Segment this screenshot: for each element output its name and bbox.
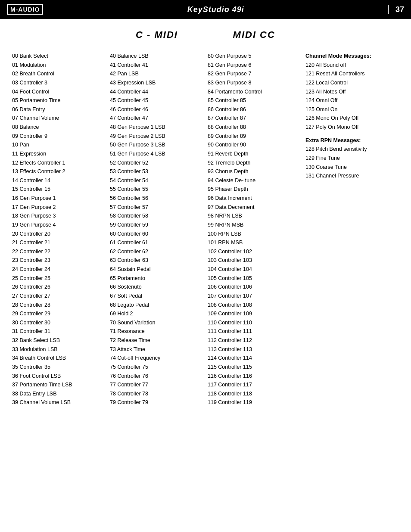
list-item: 99 NRPN MSB (208, 221, 301, 230)
list-item: 17 Gen Purpose 2 (12, 203, 106, 212)
list-item: 73 Attack Time (110, 345, 203, 354)
list-item: 91 Reverb Depth (208, 149, 301, 159)
list-item: 120 All Sound off (305, 61, 399, 70)
list-item: 121 Reset All Controllers (305, 69, 399, 78)
list-item: 117 Controller 117 (208, 380, 301, 389)
list-item: 70 Sound Variation (110, 318, 203, 327)
list-item: 22 Controller 22 (12, 247, 106, 256)
list-item: 79 Controller 79 (110, 398, 203, 407)
list-item: 77 Controller 77 (110, 380, 203, 389)
list-item: 47 Controller 47 (110, 114, 203, 123)
list-item: 92 Tremelo Depth (208, 159, 301, 168)
list-item: 113 Controller 113 (208, 345, 301, 354)
list-item: 20 Controller 20 (12, 230, 106, 239)
list-item: 63 Controller 63 (110, 256, 203, 265)
list-item: 18 Gen Purpose 3 (12, 212, 106, 221)
list-item: 28 Controller 28 (12, 301, 106, 310)
list-item: 55 Controller 55 (110, 185, 203, 194)
list-item: 65 Portamento (110, 274, 203, 283)
list-item: 127 Poly On Mono Off (305, 123, 399, 132)
list-item: 106 Controller 106 (208, 283, 301, 292)
list-item: 06 Data Entry (12, 105, 106, 114)
list-item: 46 Controller 46 (110, 105, 203, 114)
header-title: KeyStudio 49i (43, 5, 388, 14)
list-item: 49 Gen Purpose 2 LSB (110, 132, 203, 141)
list-item: 112 Controller 112 (208, 336, 301, 345)
list-item: 56 Controller 56 (110, 194, 203, 203)
list-item: 45 Controller 45 (110, 96, 203, 105)
list-item: 48 Gen Purpose 1 LSB (110, 123, 203, 132)
list-item: 129 Fine Tune (305, 154, 399, 163)
list-item: 38 Data Entry LSB (12, 389, 106, 398)
list-item: 93 Chorus Depth (208, 167, 301, 176)
list-item: 105 Controller 105 (208, 274, 301, 283)
list-item: 116 Controller 116 (208, 372, 301, 381)
list-item: 62 Controller 62 (110, 247, 203, 256)
list-item: 39 Channel Volume LSB (12, 398, 106, 407)
list-item: 34 Breath Control LSB (12, 354, 106, 363)
list-item: 71 Resonance (110, 327, 203, 336)
list-item: 78 Controller 78 (110, 389, 203, 398)
list-item: 31 Controller 31 (12, 327, 106, 336)
list-item: 87 Controller 87 (208, 114, 301, 123)
list-item: 30 Controller 30 (12, 318, 106, 327)
list-item: 04 Foot Control (12, 87, 106, 96)
list-item: 14 Controller 14 (12, 176, 106, 185)
list-item: 33 Modulation LSB (12, 345, 106, 354)
list-item: 131 Channel Pressure (305, 171, 399, 180)
list-item: 03 Controller 3 (12, 78, 106, 87)
list-item: 104 Controller 104 (208, 265, 301, 274)
list-item: 35 Controller 35 (12, 363, 106, 372)
list-item: 75 Controller 75 (110, 363, 203, 372)
list-item: 118 Controller 118 (208, 389, 301, 398)
list-item: 13 Effects Controller 2 (12, 167, 106, 176)
list-item: 32 Bank Select LSB (12, 336, 106, 345)
list-item: 50 Gen Purpose 3 LSB (110, 140, 203, 149)
list-item: 124 Omni Off (305, 96, 399, 105)
list-item: 81 Gen Purpose 6 (208, 61, 301, 70)
list-item: 84 Portamento Control (208, 87, 301, 96)
list-item: 85 Controller 85 (208, 96, 301, 105)
list-item: 108 Controller 108 (208, 301, 301, 310)
list-item: 123 All Notes Off (305, 87, 399, 96)
list-item: 58 Controller 58 (110, 212, 203, 221)
header: M-AUDIO KeyStudio 49i 37 (0, 0, 411, 19)
list-item: 36 Foot Control LSB (12, 372, 106, 381)
list-item: 83 Gen Purpose 8 (208, 78, 301, 87)
list-item: 60 Controller 60 (110, 230, 203, 239)
list-item: 54 Controller 54 (110, 176, 203, 185)
list-item: 52 Controller 52 (110, 159, 203, 168)
column-2: 40 Balance LSB41 Controller 4142 Pan LSB… (110, 52, 208, 407)
list-item: 114 Controller 114 (208, 354, 301, 363)
column-3: 80 Gen Purpose 581 Gen Purpose 682 Gen P… (208, 52, 305, 407)
list-item: 27 Controller 27 (12, 292, 106, 301)
content-area: 00 Bank Select01 Modulation02 Breath Con… (0, 48, 411, 419)
list-item: 125 Omni On (305, 105, 399, 114)
list-item: 126 Mono On Poly Off (305, 114, 399, 123)
list-item: 64 Sustain Pedal (110, 265, 203, 274)
list-item: 76 Controller 76 (110, 372, 203, 381)
list-item: 95 Phaser Depth (208, 185, 301, 194)
list-item: 101 RPN MSB (208, 238, 301, 247)
list-item: 115 Controller 115 (208, 363, 301, 372)
list-item: 42 Pan LSB (110, 69, 203, 78)
list-item: 72 Release Time (110, 336, 203, 345)
list-item: 110 Controller 110 (208, 318, 301, 327)
list-item: 67 Soft Pedal (110, 292, 203, 301)
list-item: 44 Controller 44 (110, 87, 203, 96)
list-item: 107 Controller 107 (208, 292, 301, 301)
list-item: 09 Controller 9 (12, 132, 106, 141)
list-item: 96 Data Increment (208, 194, 301, 203)
list-item: 86 Controller 86 (208, 105, 301, 114)
brand-logo: M-AUDIO (7, 4, 43, 15)
list-item: 53 Controller 53 (110, 167, 203, 176)
list-item: 97 Data Decrement (208, 203, 301, 212)
list-item: 11 Expression (12, 149, 106, 159)
list-item: 05 Portamento Time (12, 96, 106, 105)
list-item: 40 Balance LSB (110, 52, 203, 61)
list-item: 02 Breath Control (12, 69, 106, 78)
list-item: 59 Controller 59 (110, 221, 203, 230)
page-title: C - MIDI MIDI CC (0, 19, 411, 48)
list-item: 102 Controller 102 (208, 247, 301, 256)
list-item: 01 Modulation (12, 61, 106, 70)
